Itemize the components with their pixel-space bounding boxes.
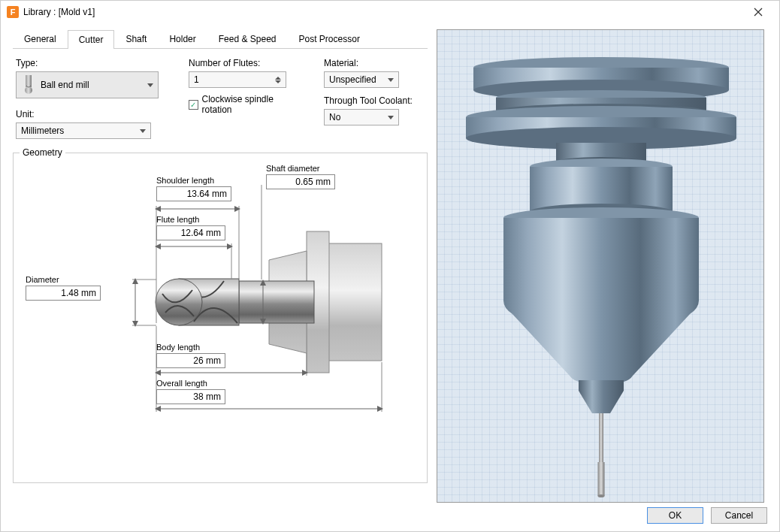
svg-rect-2 — [26, 75, 32, 87]
flutes-value: 1 — [194, 74, 199, 85]
material-dropdown[interactable]: Unspecified — [324, 71, 399, 88]
flutes-label: Number of Flutes: — [189, 58, 301, 68]
tab-feed-speed[interactable]: Feed & Speed — [207, 29, 288, 48]
svg-rect-39 — [503, 218, 699, 301]
close-icon — [754, 8, 763, 17]
chevron-down-icon — [388, 116, 394, 119]
shaft-diameter-input[interactable]: 0.65 mm — [266, 174, 335, 189]
diameter-input[interactable]: 1.48 mm — [26, 286, 101, 301]
body-length-label: Body length — [156, 343, 225, 352]
unit-label: Unit: — [16, 109, 166, 119]
coolant-value: No — [329, 112, 340, 122]
geometry-legend: Geometry — [20, 147, 65, 158]
flute-length-label: Flute length — [156, 215, 225, 224]
clockwise-checkbox[interactable]: ✓ Clockwise spindle rotation — [189, 94, 301, 115]
svg-point-43 — [598, 494, 605, 497]
ok-button[interactable]: OK — [647, 507, 703, 524]
ball-end-mill-icon — [21, 75, 36, 95]
tab-general[interactable]: General — [13, 29, 68, 48]
tool-diagram — [21, 162, 412, 478]
svg-rect-42 — [598, 462, 605, 496]
material-value: Unspecified — [329, 74, 376, 85]
overall-length-input[interactable]: 38 mm — [156, 389, 225, 404]
geometry-fieldset: Geometry — [13, 153, 428, 483]
chevron-down-icon — [388, 78, 394, 82]
flutes-input[interactable]: 1 — [189, 71, 286, 88]
body-length-input[interactable]: 26 mm — [156, 353, 225, 368]
close-button[interactable] — [743, 2, 773, 23]
chevron-down-icon — [140, 129, 146, 133]
window-title: Library : [Mold v1] — [23, 7, 743, 17]
preview-3d[interactable] — [437, 29, 764, 503]
shaft-diameter-label: Shaft diameter — [266, 164, 335, 173]
coolant-label: Through Tool Coolant: — [324, 95, 422, 106]
flute-length-input[interactable]: 12.64 mm — [156, 225, 225, 240]
svg-rect-40 — [579, 380, 624, 391]
unit-value: Millimeters — [21, 125, 64, 136]
chevron-down-icon — [147, 83, 153, 87]
app-icon: F — [7, 6, 19, 18]
diameter-label: Diameter — [26, 275, 101, 284]
tab-bar: General Cutter Shaft Holder Feed & Speed… — [13, 29, 428, 49]
unit-dropdown[interactable]: Millimeters — [16, 122, 151, 139]
type-value: Ball end mill — [41, 80, 89, 90]
tab-holder[interactable]: Holder — [158, 29, 207, 48]
clockwise-label: Clockwise spindle rotation — [202, 94, 302, 115]
checkbox-icon: ✓ — [189, 100, 198, 110]
tab-shaft[interactable]: Shaft — [114, 29, 158, 48]
overall-length-label: Overall length — [156, 379, 225, 388]
cancel-button[interactable]: Cancel — [711, 507, 767, 524]
spinner-icon[interactable] — [275, 77, 281, 83]
svg-point-3 — [25, 86, 32, 94]
shoulder-length-input[interactable]: 13.64 mm — [156, 186, 231, 201]
tab-post-processor[interactable]: Post Processor — [288, 29, 371, 48]
svg-rect-6 — [239, 281, 314, 323]
tab-cutter[interactable]: Cutter — [68, 30, 115, 49]
holder-3d-icon — [437, 30, 765, 502]
coolant-dropdown[interactable]: No — [324, 109, 399, 125]
type-label: Type: — [16, 58, 166, 68]
shoulder-length-label: Shoulder length — [156, 176, 231, 185]
type-dropdown[interactable]: Ball end mill — [16, 71, 159, 98]
material-label: Material: — [324, 58, 422, 68]
titlebar: F Library : [Mold v1] — [1, 1, 779, 23]
svg-rect-4 — [322, 243, 382, 361]
svg-rect-41 — [599, 413, 603, 462]
window: F Library : [Mold v1] General Cutter Sha… — [0, 0, 780, 532]
